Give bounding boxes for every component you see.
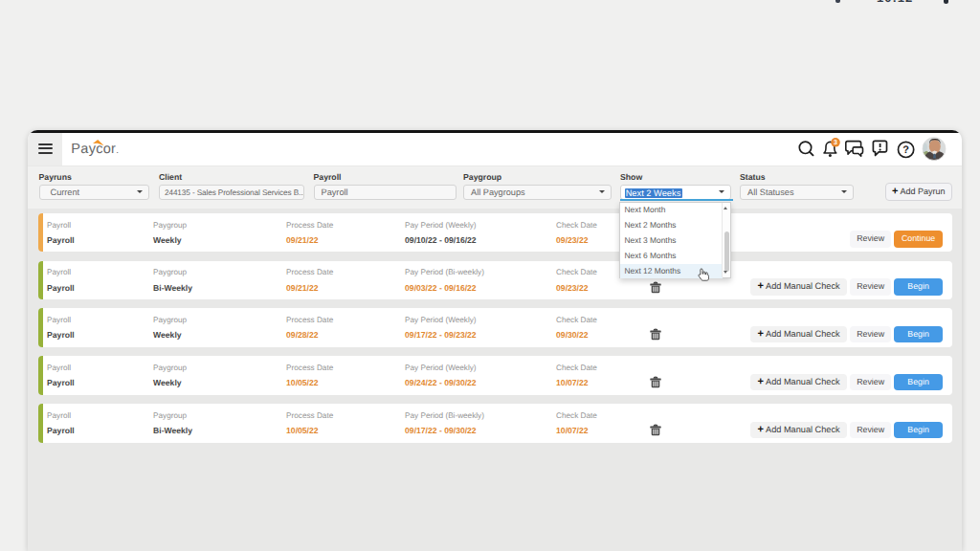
svg-text:?: ? [902, 144, 909, 156]
svg-text:3: 3 [834, 140, 837, 146]
